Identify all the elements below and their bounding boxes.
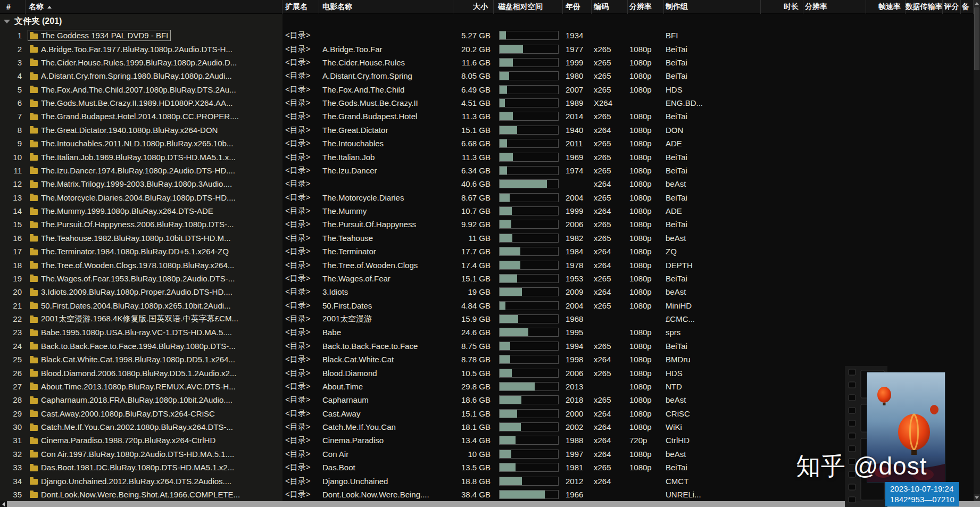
- table-row[interactable]: 20 3.Idiots.2009.BluRay.1080p.Proper.2Au…: [0, 285, 980, 298]
- column-header-notes[interactable]: 备: [961, 0, 974, 14]
- column-header-fps[interactable]: 帧速率: [866, 0, 906, 14]
- group-header-folder[interactable]: 文件夹(201): [0, 14, 980, 29]
- horizontal-scrollbar[interactable]: [0, 501, 980, 507]
- vertical-scrollbar-thumb[interactable]: [974, 7, 979, 70]
- resolution-cell: 1080p: [628, 326, 664, 339]
- codec-cell: x265: [592, 218, 628, 231]
- column-header-bitrate[interactable]: 数据传输率: [906, 0, 943, 14]
- column-header-duration[interactable]: 时长: [761, 0, 803, 14]
- file-name-cell[interactable]: The.Gods.Must.Be.Crazy.II.1989.HD1080P.X…: [26, 96, 283, 110]
- file-name-cell[interactable]: A.Distant.Cry.from.Spring.1980.BluRay.10…: [26, 69, 283, 82]
- file-name-cell[interactable]: The.Teahouse.1982.BluRay.1080p.10bit.DTS…: [26, 231, 283, 245]
- codec-cell: x265: [592, 42, 628, 55]
- file-name-cell[interactable]: 2001太空漫游.1968.4K修复版.国英双语.中英字幕£CM...: [26, 312, 283, 326]
- column-header-year[interactable]: 年份: [563, 0, 592, 14]
- file-name-cell[interactable]: Babe.1995.1080p.USA.Blu-ray.VC-1.DTS-HD.…: [26, 326, 283, 339]
- table-row[interactable]: 15 The.Pursuit.Of.Happyness.2006.BluRay.…: [0, 218, 980, 231]
- column-header-num[interactable]: #: [0, 0, 26, 14]
- file-name-cell[interactable]: Blood.Diamond.2006.1080p.BluRay.DD5.1.2A…: [26, 366, 283, 379]
- scroll-left-button[interactable]: [0, 501, 7, 507]
- file-name-cell[interactable]: The.Wages.of.Fear.1953.BluRay.1080p.2Aud…: [26, 272, 283, 285]
- file-name-cell[interactable]: The.Mummy.1999.1080p.BluRay.x264.DTS-ADE: [26, 204, 283, 218]
- table-row[interactable]: 28 Capharnaum.2018.FRA.BluRay.1080p.10bi…: [0, 393, 980, 406]
- table-row[interactable]: 10 The.Italian.Job.1969.BluRay.1080p.DTS…: [0, 150, 980, 163]
- file-name-cell[interactable]: Back.to.Back.Face.to.Face.1994.BluRay.10…: [26, 339, 283, 353]
- table-row[interactable]: 23 Babe.1995.1080p.USA.Blu-ray.VC-1.DTS-…: [0, 326, 980, 339]
- file-name-cell[interactable]: About.Time.2013.1080p.BluRay.REMUX.AVC.D…: [26, 380, 283, 393]
- table-row[interactable]: 6 The.Gods.Must.Be.Crazy.II.1989.HD1080P…: [0, 96, 980, 110]
- codec-cell: x264: [592, 447, 628, 461]
- duration-cell: [761, 218, 803, 231]
- column-header-size[interactable]: 大小: [453, 0, 494, 14]
- column-header-res[interactable]: 分辨率: [628, 0, 664, 14]
- file-name-cell[interactable]: Cast.Away.2000.1080p.BluRay.DTS.x264-CRi…: [26, 407, 283, 420]
- file-name-cell[interactable]: The Goddess 1934 PAL DVD9 - BFI: [26, 29, 283, 42]
- table-row[interactable]: 19 The.Wages.of.Fear.1953.BluRay.1080p.2…: [0, 272, 980, 285]
- table-row[interactable]: 25 Black.Cat.White.Cat.1998.BluRay.1080p…: [0, 353, 980, 366]
- file-name-cell[interactable]: Catch.Me.If.You.Can.2002.1080p.BluRay.x2…: [26, 420, 283, 434]
- file-name-cell[interactable]: Dont.Look.Now.Were.Being.Shot.At.1966.CO…: [26, 488, 283, 501]
- table-row[interactable]: 22 2001太空漫游.1968.4K修复版.国英双语.中英字幕£CM... <…: [0, 312, 980, 326]
- column-header-rating[interactable]: 评分: [943, 0, 961, 14]
- file-name-cell[interactable]: The.Great.Dictator.1940.1080p.BluRay.x26…: [26, 123, 283, 137]
- file-name-cell[interactable]: Cinema.Paradiso.1988.720p.BluRay.x264-Ct…: [26, 434, 283, 447]
- column-header-movie[interactable]: 电影名称: [319, 0, 453, 14]
- column-header-codec[interactable]: 编码: [592, 0, 628, 14]
- file-name-cell[interactable]: The.Matrix.Trilogy.1999-2003.BluRay.1080…: [26, 177, 283, 190]
- table-row[interactable]: 30 Catch.Me.If.You.Can.2002.1080p.BluRay…: [0, 420, 980, 434]
- file-name-cell[interactable]: The.Motorcycle.Diaries.2004.BluRay.1080p…: [26, 191, 283, 204]
- table-row[interactable]: 1 The Goddess 1934 PAL DVD9 - BFI <目录> 5…: [0, 29, 980, 42]
- file-name-cell[interactable]: The.Pursuit.Of.Happyness.2006.BluRay.108…: [26, 218, 283, 231]
- file-name-cell[interactable]: Capharnaum.2018.FRA.BluRay.1080p.10bit.2…: [26, 393, 283, 406]
- file-name-cell[interactable]: Black.Cat.White.Cat.1998.BluRay.1080p.DD…: [26, 353, 283, 366]
- table-row[interactable]: 12 The.Matrix.Trilogy.1999-2003.BluRay.1…: [0, 177, 980, 190]
- scroll-down-button[interactable]: [974, 494, 980, 501]
- file-name-cell[interactable]: The.Italian.Job.1969.BluRay.1080p.DTS-HD…: [26, 150, 283, 163]
- file-name-cell[interactable]: The.Terminator.1984.1080p.BluRay.DD+5.1.…: [26, 245, 283, 258]
- table-row[interactable]: 35 Dont.Look.Now.Were.Being.Shot.At.1966…: [0, 488, 980, 501]
- table-row[interactable]: 16 The.Teahouse.1982.BluRay.1080p.10bit.…: [0, 231, 980, 245]
- table-row[interactable]: 7 The.Grand.Budapest.Hotel.2014.1080p.CC…: [0, 110, 980, 123]
- column-header-ext[interactable]: 扩展名: [283, 0, 319, 14]
- collapse-triangle-icon[interactable]: [4, 20, 10, 23]
- table-row[interactable]: 11 The.Izu.Dancer.1974.BluRay.1080p.2Aud…: [0, 164, 980, 177]
- file-name-cell[interactable]: The.Intouchables.2011.NLD.1080p.BluRay.x…: [26, 137, 283, 150]
- table-row[interactable]: 21 50.First.Dates.2004.BluRay.1080p.x265…: [0, 299, 980, 312]
- file-name-cell[interactable]: 50.First.Dates.2004.BluRay.1080p.x265.10…: [26, 299, 283, 312]
- table-row[interactable]: 24 Back.to.Back.Face.to.Face.1994.BluRay…: [0, 339, 980, 353]
- table-row[interactable]: 9 The.Intouchables.2011.NLD.1080p.BluRay…: [0, 137, 980, 150]
- file-name-cell[interactable]: Django.Unchained.2012.BluRay.x264.DTS.2A…: [26, 474, 283, 487]
- table-row[interactable]: 17 The.Terminator.1984.1080p.BluRay.DD+5…: [0, 245, 980, 258]
- column-header-label: 时长: [784, 2, 799, 12]
- table-row[interactable]: 18 The.Tree.of.Wooden.Clogs.1978.1080p.B…: [0, 258, 980, 271]
- table-row[interactable]: 5 The.Fox.And.The.Child.2007.1080p.BluRa…: [0, 83, 980, 96]
- file-name-cell[interactable]: The.Izu.Dancer.1974.BluRay.1080p.2Audio.…: [26, 164, 283, 177]
- column-header-group[interactable]: 制作组: [664, 0, 761, 14]
- table-row[interactable]: 27 About.Time.2013.1080p.BluRay.REMUX.AV…: [0, 380, 980, 393]
- table-row[interactable]: 31 Cinema.Paradiso.1988.720p.BluRay.x264…: [0, 434, 980, 447]
- file-name-cell[interactable]: Con Air.1997.BluRay.1080p.2Audio.DTS-HD.…: [26, 447, 283, 461]
- file-name-cell[interactable]: The.Fox.And.The.Child.2007.1080p.BluRay.…: [26, 83, 283, 96]
- table-row[interactable]: 13 The.Motorcycle.Diaries.2004.BluRay.10…: [0, 191, 980, 204]
- bitrate-cell: [906, 218, 943, 231]
- file-name-cell[interactable]: The.Tree.of.Wooden.Clogs.1978.1080p.BluR…: [26, 258, 283, 271]
- column-header-name[interactable]: 名称: [26, 0, 283, 14]
- file-name-cell[interactable]: The.Cider.House.Rules.1999.BluRay.1080p.…: [26, 56, 283, 69]
- column-header-disk[interactable]: 磁盘相对空间: [494, 0, 563, 14]
- table-row[interactable]: 29 Cast.Away.2000.1080p.BluRay.DTS.x264-…: [0, 407, 980, 420]
- file-name-box: The.Matrix.Trilogy.1999-2003.BluRay.1080…: [28, 178, 235, 189]
- table-row[interactable]: 2 A.Bridge.Too.Far.1977.BluRay.1080p.2Au…: [0, 42, 980, 55]
- file-name-cell[interactable]: 3.Idiots.2009.BluRay.1080p.Proper.2Audio…: [26, 285, 283, 298]
- table-row[interactable]: 26 Blood.Diamond.2006.1080p.BluRay.DD5.1…: [0, 366, 980, 379]
- file-name-cell[interactable]: Das.Boot.1981.DC.BluRay.1080p.DTS-HD.MA5…: [26, 461, 283, 474]
- table-row[interactable]: 4 A.Distant.Cry.from.Spring.1980.BluRay.…: [0, 69, 980, 82]
- file-name-cell[interactable]: The.Grand.Budapest.Hotel.2014.1080p.CC.P…: [26, 110, 283, 123]
- scroll-up-button[interactable]: [974, 0, 980, 7]
- file-name-cell[interactable]: A.Bridge.Too.Far.1977.BluRay.1080p.2Audi…: [26, 42, 283, 55]
- table-row[interactable]: 14 The.Mummy.1999.1080p.BluRay.x264.DTS-…: [0, 204, 980, 218]
- table-row[interactable]: 3 The.Cider.House.Rules.1999.BluRay.1080…: [0, 56, 980, 69]
- vertical-scrollbar[interactable]: [974, 0, 980, 501]
- extension-cell: <目录>: [283, 434, 319, 447]
- column-header-res2[interactable]: 分辨率: [803, 0, 866, 14]
- table-row[interactable]: 8 The.Great.Dictator.1940.1080p.BluRay.x…: [0, 123, 980, 137]
